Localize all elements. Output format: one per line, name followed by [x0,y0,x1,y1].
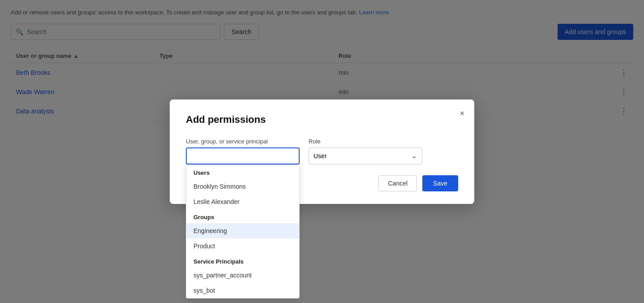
dropdown-item-engineering[interactable]: Engineering [186,223,299,238]
principal-dropdown[interactable]: Users Brooklyn Simmons Leslie Alexander … [186,164,300,299]
dropdown-item-sys-bot[interactable]: sys_bot [186,283,299,298]
cancel-button[interactable]: Cancel [378,175,417,191]
principal-label: User, group, or service principal [186,138,300,145]
dropdown-section-groups: Groups [186,209,299,223]
form-row: User, group, or service principal Users … [186,138,458,164]
dropdown-section-service-principals: Service Principals [186,254,299,268]
principal-field-group: User, group, or service principal Users … [186,138,300,164]
dropdown-item-leslie[interactable]: Leslie Alexander [186,194,299,209]
dropdown-item-sys-partner[interactable]: sys_partner_account [186,268,299,283]
modal-overlay: Add permissions × User, group, or servic… [0,0,644,303]
role-label: Role [309,138,422,145]
modal-title: Add permissions [186,114,458,126]
dropdown-section-users: Users [186,165,299,179]
role-field-group: Role User Admin Viewer [309,138,422,164]
dropdown-item-product[interactable]: Product [186,238,299,254]
principal-input[interactable] [186,147,300,164]
role-select-wrapper: User Admin Viewer [309,147,422,164]
modal-close-button[interactable]: × [458,108,466,119]
add-permissions-modal: Add permissions × User, group, or servic… [170,100,474,204]
save-button[interactable]: Save [422,175,458,191]
dropdown-item-brooklyn[interactable]: Brooklyn Simmons [186,179,299,194]
role-select[interactable]: User Admin Viewer [309,147,422,164]
